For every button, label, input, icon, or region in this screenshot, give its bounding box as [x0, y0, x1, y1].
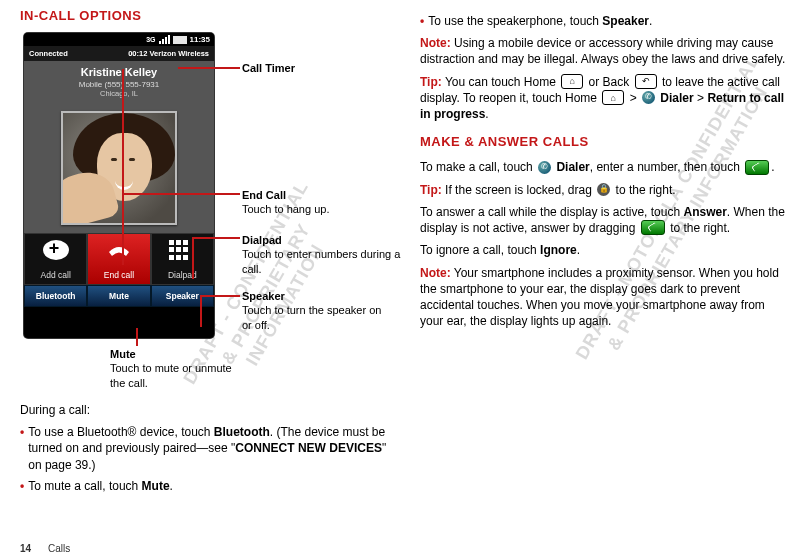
- mute-button[interactable]: Mute: [87, 285, 150, 307]
- bullet-dot: •: [20, 478, 24, 494]
- page-number: 14: [20, 543, 31, 554]
- during-call-intro: During a call:: [20, 402, 400, 418]
- arrow-endcall-v: [122, 69, 124, 265]
- arrow-dialpad-h: [192, 237, 240, 239]
- end-call-label: End call: [104, 270, 134, 280]
- call-key-icon: [745, 160, 769, 175]
- contact-photo: [61, 111, 177, 225]
- bullet-dot: •: [420, 13, 424, 29]
- bullet-mute: • To mute a call, touch Mute.: [20, 478, 400, 494]
- dialer-icon: ✆: [538, 161, 551, 174]
- arrow-endcall-h: [122, 193, 240, 195]
- right-column: • To use the speakerphone, touch Speaker…: [420, 8, 790, 499]
- dialpad-button[interactable]: Dialpad: [151, 233, 214, 285]
- arrow-mute-v: [136, 328, 138, 346]
- arrow-speaker-h: [200, 295, 240, 297]
- bluetooth-button[interactable]: Bluetooth: [24, 285, 87, 307]
- callout-mute: MuteTouch to mute or unmute the call.: [110, 347, 250, 390]
- bullet-dot: •: [20, 424, 24, 473]
- connection-row: Connected 00:12 Verizon Wireless: [24, 46, 214, 61]
- ignore-para: To ignore a call, touch Ignore.: [420, 242, 790, 258]
- footer-section: Calls: [48, 543, 70, 554]
- page-footer: 14 Calls: [20, 543, 70, 554]
- 3g-icon: 3G: [146, 36, 155, 43]
- bullet-bluetooth: • To use a Bluetooth® device, touch Blue…: [20, 424, 400, 473]
- section-title-make-answer: MAKE & ANSWER CALLS: [420, 134, 790, 149]
- tip-home-back: Tip: You can touch Home ⌂ or Back ↶ to l…: [420, 74, 790, 123]
- back-key-icon: ↶: [635, 74, 657, 89]
- call-duration: 00:12 Verizon Wireless: [128, 49, 209, 58]
- add-call-label: Add call: [41, 270, 71, 280]
- add-call-button[interactable]: Add call: [24, 233, 87, 285]
- signal-icon: [159, 35, 170, 44]
- callout-dialpad: DialpadTouch to enter numbers during a c…: [242, 233, 402, 276]
- caller-number: Mobile (555) 555-7931: [24, 80, 214, 89]
- status-bar: 3G 11:35: [24, 33, 214, 46]
- tip-locked: Tip: If the screen is locked, drag 🔒 to …: [420, 182, 790, 198]
- plus-icon: [43, 240, 69, 260]
- photo-wrap: [24, 105, 214, 233]
- callout-endcall: End CallTouch to hang up.: [242, 188, 392, 217]
- dialer-icon: ✆: [642, 91, 655, 104]
- status-time: 11:35: [190, 35, 210, 44]
- page-content: IN-CALL OPTIONS 3G 11:35 Connected 00:12…: [0, 0, 812, 507]
- proximity-note: Note: Your smartphone includes a proximi…: [420, 265, 790, 330]
- home-key-icon: ⌂: [561, 74, 583, 89]
- left-column: IN-CALL OPTIONS 3G 11:35 Connected 00:12…: [20, 8, 400, 499]
- arrow-speaker-v: [200, 295, 202, 327]
- arrow-timer: [178, 67, 240, 69]
- home-key-icon: ⌂: [602, 90, 624, 105]
- battery-icon: [173, 36, 187, 44]
- call-buttons: Add call End call Di: [24, 233, 214, 285]
- phone-mock: 3G 11:35 Connected 00:12 Verizon Wireles…: [24, 33, 214, 338]
- caller-location: Chicago, IL: [24, 89, 214, 98]
- section-title-incall: IN-CALL OPTIONS: [20, 8, 400, 23]
- connected-label: Connected: [29, 49, 68, 58]
- end-call-button[interactable]: End call: [87, 233, 150, 285]
- hangup-icon: [106, 240, 132, 260]
- callout-speaker: SpeakerTouch to turn the speaker on or o…: [242, 289, 392, 332]
- lock-icon: 🔒: [597, 183, 610, 196]
- answer-para: To answer a call while the display is ac…: [420, 204, 790, 237]
- make-call-para: To make a call, touch ✆ Dialer, enter a …: [420, 159, 790, 175]
- driving-note: Note: Using a mobile device or accessory…: [420, 35, 790, 67]
- call-key-icon: [641, 220, 665, 235]
- arrow-dialpad-v: [192, 237, 194, 279]
- secondary-buttons: Bluetooth Mute Speaker: [24, 285, 214, 307]
- bullet-speaker: • To use the speakerphone, touch Speaker…: [420, 13, 790, 29]
- callout-timer: Call Timer: [242, 61, 295, 75]
